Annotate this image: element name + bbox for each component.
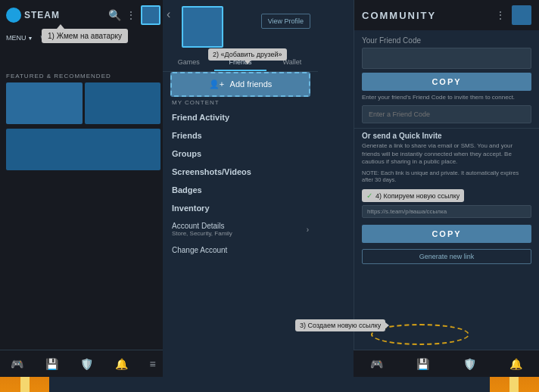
my-content-label: MY CONTENT	[163, 95, 318, 108]
friend-code-input[interactable]	[362, 48, 531, 69]
copy-friend-code-button[interactable]: COPY	[362, 73, 531, 91]
more-icon[interactable]: ⋮	[126, 9, 136, 21]
content-item-friend-activity[interactable]: Friend Activity	[163, 108, 318, 126]
featured-label: FEATURED & RECOMMENDED	[6, 73, 160, 79]
invite-description: Enter your friend's Friend Code to invit…	[362, 94, 531, 101]
avatar[interactable]	[141, 5, 160, 25]
back-button[interactable]: ‹	[167, 8, 170, 21]
nav-bell-icon[interactable]: 🔔	[115, 358, 128, 370]
view-profile-button[interactable]: View Profile	[261, 14, 310, 29]
steam-logo-text: STEAM	[24, 10, 60, 20]
search-icon[interactable]: 🔍	[108, 9, 121, 21]
community-nav-library-icon[interactable]: 💾	[416, 358, 429, 370]
steam-header-right: 🔍 ⋮	[108, 5, 160, 25]
add-friends-button[interactable]: 👤+ Add friends	[170, 72, 310, 97]
nav-library-icon[interactable]: 💾	[45, 358, 58, 370]
tooltip-arrow-2	[245, 61, 251, 64]
community-title: COMMUNITY	[362, 10, 436, 21]
content-item-account[interactable]: Account Details Store, Security, Family …	[163, 217, 318, 241]
nav-menu-icon[interactable]: ≡	[149, 358, 155, 370]
content-item-groups[interactable]: Groups	[163, 145, 318, 163]
quick-invite-desc: Generate a link to share via email or SM…	[362, 142, 531, 166]
tooltip-avatar: 1) Жмем на аватарку	[42, 29, 128, 43]
friend-code-label: Your Friend Code	[362, 36, 531, 45]
bottom-nav-left: 🎮 💾 🛡️ 🔔 ≡	[0, 350, 167, 377]
game-thumbnail-2[interactable]	[85, 82, 161, 124]
content-item-screenshots[interactable]: Screenshots/Videos	[163, 163, 318, 181]
tooltip-generate-link: 3) Создаем новую ссылку	[295, 319, 385, 331]
tooltip-add-friends: 2) «Добавить друзей»	[208, 48, 287, 61]
copy-link-button[interactable]: COPY	[362, 225, 531, 243]
check-icon: ✓	[366, 191, 372, 200]
link-url-text: https://s.team/p/ваша/ссылка	[367, 208, 526, 215]
content-item-change-account[interactable]: Change Account	[163, 241, 318, 259]
steam-header: STEAM 🔍 ⋮	[0, 0, 167, 30]
generate-link-button[interactable]: Generate new link	[362, 249, 531, 264]
steam-logo-icon	[6, 8, 21, 23]
community-nav-bell-icon[interactable]: 🔔	[509, 358, 522, 370]
steam-client-panel: STEAM 🔍 ⋮ MENU ▼ WISHLIST WALLET 1) Жмем…	[0, 0, 167, 377]
arrow-icon: ›	[307, 226, 309, 234]
chevron-down-icon: ▼	[28, 36, 33, 41]
account-label: Account Details	[172, 222, 232, 230]
account-sub: Store, Security, Family	[172, 230, 232, 237]
profile-avatar[interactable]	[182, 6, 223, 48]
community-header: COMMUNITY ⋮	[354, 0, 539, 30]
nav-shield-icon[interactable]: 🛡️	[80, 358, 93, 370]
nav-item-menu[interactable]: MENU ▼	[3, 32, 36, 44]
featured-section: FEATURED & RECOMMENDED	[0, 68, 167, 175]
bottom-nav-right: 🎮 💾 🛡️ 🔔	[354, 350, 539, 377]
featured-games	[6, 82, 160, 170]
steam-logo: STEAM	[6, 8, 60, 23]
quick-invite-section: Or send a Quick Invite Generate a link t…	[354, 128, 539, 269]
game-thumbnail-1[interactable]	[6, 82, 83, 124]
quick-invite-title: Or send a Quick Invite	[362, 132, 531, 140]
friend-code-section: Your Friend Code COPY Enter your friend'…	[354, 30, 539, 128]
community-nav-shield-icon[interactable]: 🛡️	[463, 358, 476, 370]
community-avatar[interactable]	[512, 5, 531, 25]
tooltip-arrow-3	[385, 322, 389, 328]
tooltip-copy-link: ✓ 4) Копируем новую ссылку	[362, 189, 464, 202]
community-more-icon[interactable]: ⋮	[495, 9, 506, 21]
enter-friend-code-input[interactable]	[362, 105, 531, 123]
link-url-row: https://s.team/p/ваша/ссылка	[362, 205, 531, 218]
game-thumbnail-wide[interactable]	[6, 129, 160, 170]
nav-home-icon[interactable]: 🎮	[11, 358, 23, 370]
content-item-friends[interactable]: Friends	[163, 126, 318, 145]
content-item-inventory[interactable]: Inventory	[163, 199, 318, 217]
tooltip-arrow	[57, 24, 64, 29]
note-text: NOTE: Each link is unique and private. I…	[362, 170, 531, 185]
my-content-section: MY CONTENT Friend Activity Friends Group…	[163, 95, 318, 350]
content-item-badges[interactable]: Badges	[163, 181, 318, 199]
community-nav-home-icon[interactable]: 🎮	[370, 358, 383, 370]
tab-games[interactable]: Games	[163, 54, 214, 71]
